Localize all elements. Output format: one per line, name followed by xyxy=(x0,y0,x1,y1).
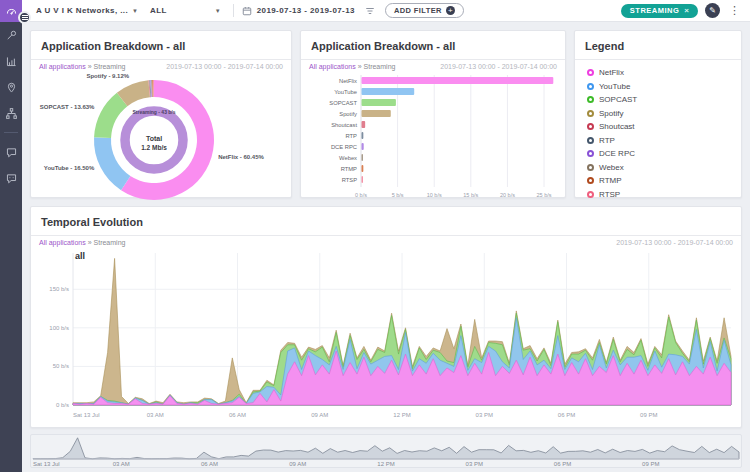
legend-color-dot xyxy=(587,96,594,103)
wrench-icon xyxy=(5,29,18,42)
panel-date-range: 2019-07-13 00:00 - 2019-07-14 00:00 xyxy=(166,63,283,70)
sidebar-item-feedback[interactable] xyxy=(0,165,22,191)
breadcrumb-root-link[interactable]: All applications xyxy=(309,63,356,70)
pie-slice-label: NetFlix - 60.45% xyxy=(218,154,264,160)
legend-item-rtsp[interactable]: RTSP xyxy=(587,190,729,199)
org-selector[interactable]: A U V I K Networks, ... xyxy=(36,6,128,15)
bar-dce-rpc[interactable] xyxy=(362,143,364,150)
breadcrumb-root-link[interactable]: All applications xyxy=(39,63,86,70)
bar-sopcast[interactable] xyxy=(362,99,396,106)
filter-lines-icon[interactable] xyxy=(365,6,375,16)
legend-item-label: Spotify xyxy=(599,109,623,118)
edit-button[interactable]: ✎ xyxy=(705,3,720,18)
topbar-divider xyxy=(233,4,234,17)
panel-title: Legend xyxy=(585,40,624,52)
overview-xtick-label: 12 PM xyxy=(377,461,394,467)
pie-slice-label: SOPCAST - 13.63% xyxy=(40,104,95,110)
legend-item-label: RTMP xyxy=(599,176,622,185)
bar-xtick-label: 15 b/s xyxy=(463,192,478,198)
bar-rtmp[interactable] xyxy=(362,165,364,172)
legend-item-label: RTP xyxy=(599,136,615,145)
breadcrumb: All applications » Streaming xyxy=(39,63,125,70)
bar-category-label: RTP xyxy=(346,133,358,139)
overview-area[interactable] xyxy=(33,438,739,459)
chat-bubble-icon xyxy=(5,146,18,159)
more-menu-icon[interactable]: ⋮ xyxy=(727,4,742,17)
temporal-xtick-label: 03 PM xyxy=(476,412,493,418)
date-range-picker[interactable]: 2019-07-13 - 2019-07-13 xyxy=(257,6,355,15)
legend-item-sopcast[interactable]: SOPCAST xyxy=(587,95,729,104)
overview-brush-chart[interactable]: Sat 13 Jul03 AM06 AM09 AM12 PM03 PM06 PM… xyxy=(31,435,741,467)
scope-caret-icon[interactable]: ▼ xyxy=(215,8,221,14)
chat-dots-icon xyxy=(5,172,18,185)
breadcrumb-sep: » xyxy=(358,63,362,70)
legend-item-spotify[interactable]: Spotify xyxy=(587,109,729,118)
legend-item-netflix[interactable]: NetFlix xyxy=(587,68,729,77)
legend-color-dot xyxy=(587,83,594,90)
panel-application-breakdown-donut: Application Breakdown - all All applicat… xyxy=(30,30,292,198)
sidebar-collapse-button[interactable] xyxy=(18,11,31,24)
topbar: A U V I K Networks, ... ▼ ALL ▼ 2019-07-… xyxy=(22,0,750,22)
pie-slice-label: YouTube - 16.50% xyxy=(44,165,95,171)
temporal-xtick-label: 12 PM xyxy=(393,412,410,418)
scope-selector[interactable]: ALL xyxy=(150,6,167,15)
legend-list: NetFlixYouTubeSOPCASTSpotifyShoutcastRTP… xyxy=(575,60,741,211)
calendar-icon[interactable] xyxy=(242,6,252,16)
breadcrumb: All applications » Streaming xyxy=(39,239,125,246)
temporal-ytick-label: 0 b/s xyxy=(56,402,69,408)
bar-category-label: Shoutcast xyxy=(331,122,357,128)
bar-rtp[interactable] xyxy=(362,132,364,139)
temporal-xtick-label: 06 PM xyxy=(558,412,575,418)
overview-xtick-label: 06 AM xyxy=(201,461,218,467)
add-filter-button[interactable]: ADD FILTER + xyxy=(385,3,464,18)
bar-netflix[interactable] xyxy=(362,77,554,84)
series-group-label: all xyxy=(75,251,85,261)
legend-item-shoutcast[interactable]: Shoutcast xyxy=(587,122,729,131)
bar-xtick-label: 10 b/s xyxy=(427,192,442,198)
overview-xtick-label: 06 PM xyxy=(554,461,571,467)
chip-label: STREAMING xyxy=(630,6,680,15)
sidebar-item-tools[interactable] xyxy=(0,22,22,48)
legend-item-label: DCE RPC xyxy=(599,149,635,158)
temporal-ytick-label: 150 b/s xyxy=(49,286,69,292)
bar-spotify[interactable] xyxy=(362,110,391,117)
sidebar-item-chat[interactable] xyxy=(0,139,22,165)
sidebar-item-map[interactable] xyxy=(0,74,22,100)
bar-rtsp[interactable] xyxy=(362,176,363,183)
legend-item-youtube[interactable]: YouTube xyxy=(587,82,729,91)
legend-item-webex[interactable]: Webex xyxy=(587,163,729,172)
temporal-xtick-label: 03 AM xyxy=(147,412,164,418)
donut-chart: NetFlix - 60.45%YouTube - 16.50%SOPCAST … xyxy=(39,71,285,204)
bar-category-label: Spotify xyxy=(339,111,357,117)
legend-item-dce-rpc[interactable]: DCE RPC xyxy=(587,149,729,158)
plus-icon: + xyxy=(446,6,455,15)
chip-close-icon[interactable]: × xyxy=(684,6,689,15)
legend-item-rtmp[interactable]: RTMP xyxy=(587,176,729,185)
bar-youtube[interactable] xyxy=(362,88,415,95)
pie-inner-ring-label: Streaming - 43 b/s xyxy=(132,109,175,115)
streaming-filter-chip[interactable]: STREAMING × xyxy=(621,4,698,18)
add-filter-label: ADD FILTER xyxy=(394,6,442,15)
bar-webex[interactable] xyxy=(362,154,363,161)
breadcrumb-root-link[interactable]: All applications xyxy=(39,239,86,246)
sidebar-divider xyxy=(4,132,18,133)
pie-center-title: Total xyxy=(146,135,162,142)
overview-xtick-label: 09 AM xyxy=(289,461,306,467)
org-caret-icon[interactable]: ▼ xyxy=(132,8,138,14)
breadcrumb-current: Streaming xyxy=(94,239,126,246)
temporal-xtick-label: 09 PM xyxy=(640,412,657,418)
overview-xtick-label: 09 PM xyxy=(642,461,659,467)
pie-slice-label: Spotify - 9.12% xyxy=(86,73,129,79)
bar-xtick-label: 0 b/s xyxy=(355,192,367,198)
legend-color-dot xyxy=(587,191,594,198)
breadcrumb: All applications » Streaming xyxy=(309,63,395,70)
bar-category-label: DCE RPC xyxy=(331,144,357,150)
legend-item-rtp[interactable]: RTP xyxy=(587,136,729,145)
overview-brush-panel[interactable]: Sat 13 Jul03 AM06 AM09 AM12 PM03 PM06 PM… xyxy=(30,434,742,468)
temporal-xtick-label: Sat 13 Jul xyxy=(73,412,100,418)
sidebar-item-reports[interactable] xyxy=(0,48,22,74)
sidebar-item-topology[interactable] xyxy=(0,100,22,126)
bar-category-label: SOPCAST xyxy=(329,100,357,106)
pie-center-value: 1.2 Mb/s xyxy=(141,144,167,151)
bar-shoutcast[interactable] xyxy=(362,121,366,128)
